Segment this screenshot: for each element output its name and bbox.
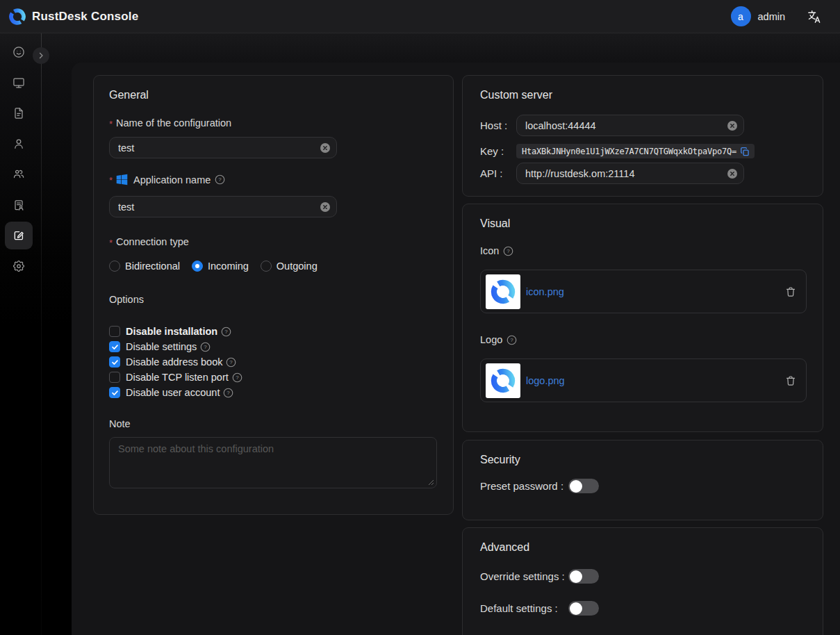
checkbox-disable-installation[interactable]: Disable installation ?	[109, 324, 438, 339]
page-container: General * Name of the configuration * Ap…	[72, 63, 840, 635]
custom-server-card: Custom server Host : Key : HtaXBkJNHyn0e…	[462, 75, 823, 197]
help-icon[interactable]: ?	[226, 357, 236, 368]
options-checkbox-list: Disable installation ? Disable settings …	[109, 324, 438, 400]
connection-type-label: * Connection type	[109, 236, 438, 247]
custom-server-card-title: Custom server	[480, 89, 805, 101]
icon-thumbnail[interactable]	[486, 274, 520, 309]
sidebar-item-groups[interactable]	[5, 160, 33, 188]
default-settings-toggle[interactable]	[568, 601, 599, 616]
clear-icon[interactable]	[727, 121, 737, 131]
radio-label: Bidirectional	[125, 261, 180, 272]
default-settings-label: Default settings :	[480, 602, 568, 614]
default-settings-row: Default settings :	[480, 601, 805, 616]
clear-icon[interactable]	[320, 202, 330, 212]
chevron-right-icon	[37, 51, 45, 60]
sidebar-item-settings[interactable]	[5, 252, 33, 280]
document-user-icon	[12, 198, 26, 212]
sidebar-expand-button[interactable]	[33, 47, 49, 64]
help-icon[interactable]: ?	[223, 388, 233, 398]
key-label: Key :	[480, 145, 516, 157]
key-value: HtaXBkJNHyn0e1U1jWXze7A7CN7QTGWqxkOtpaVp…	[522, 147, 736, 156]
checkbox-box	[109, 387, 120, 398]
help-icon[interactable]: ?	[503, 246, 513, 256]
brand[interactable]: RustDesk Console	[0, 8, 138, 26]
checkbox-box	[109, 372, 120, 383]
sidebar-divider	[41, 33, 42, 635]
name-input-field[interactable]	[110, 138, 336, 158]
translate-icon[interactable]	[806, 9, 821, 24]
checkbox-disable-tcp-listen-port[interactable]: Disable TCP listen port ?	[109, 370, 438, 385]
trash-icon[interactable]	[785, 286, 796, 297]
icon-file-name[interactable]: icon.png	[526, 286, 564, 297]
sidebar-item-users[interactable]	[5, 130, 33, 158]
sidebar-item-devices[interactable]	[5, 69, 33, 97]
checkbox-label: Disable TCP listen port	[126, 372, 229, 383]
top-navbar: RustDesk Console a admin	[0, 0, 840, 33]
checkbox-disable-settings[interactable]: Disable settings ?	[109, 339, 438, 354]
help-icon[interactable]: ?	[232, 372, 242, 383]
radio-incoming[interactable]: Incoming	[192, 261, 249, 272]
sidebar-item-dashboard[interactable]	[5, 38, 33, 66]
document-icon	[12, 106, 26, 120]
toggle-knob	[570, 480, 582, 493]
checkbox-disable-address-book[interactable]: Disable address book ?	[109, 354, 438, 370]
help-icon[interactable]: ?	[200, 342, 211, 352]
avatar[interactable]: a	[731, 6, 751, 26]
checkbox-label: Disable installation	[126, 326, 217, 337]
checkbox-disable-user-account[interactable]: Disable user account ?	[109, 385, 438, 400]
api-input-field[interactable]	[517, 163, 743, 183]
navbar-right: a admin	[731, 6, 840, 26]
app-name-input-field[interactable]	[110, 197, 336, 217]
required-asterisk: *	[109, 119, 113, 129]
override-settings-toggle[interactable]	[568, 569, 599, 584]
logo-thumbnail[interactable]	[486, 363, 520, 398]
general-card-title: General	[109, 89, 438, 101]
sidebar-item-audit[interactable]	[5, 99, 33, 127]
copy-icon[interactable]	[740, 147, 750, 156]
visual-card-title: Visual	[480, 217, 805, 230]
host-input-field[interactable]	[517, 115, 743, 135]
preset-password-toggle[interactable]	[568, 479, 599, 493]
clear-icon[interactable]	[320, 143, 330, 153]
svg-text:?: ?	[219, 176, 222, 183]
svg-text:?: ?	[507, 248, 511, 254]
connection-type-radio-group: Bidirectional Incoming Outgoing	[109, 261, 438, 272]
preset-password-row: Preset password :	[480, 479, 805, 493]
field-label-text: Logo	[480, 334, 502, 345]
icon-upload-item: icon.png	[480, 270, 807, 313]
options-label: Options	[109, 294, 438, 305]
preset-password-label: Preset password :	[480, 480, 568, 492]
users-icon	[12, 167, 26, 181]
name-field-label: * Name of the configuration	[109, 117, 438, 129]
logo-label: Logo ?	[480, 334, 805, 345]
radio-outgoing[interactable]: Outgoing	[261, 261, 318, 272]
gear-icon	[12, 259, 26, 273]
override-settings-label: Override settings :	[480, 570, 568, 582]
monitor-icon	[12, 76, 26, 90]
clear-icon[interactable]	[727, 169, 737, 179]
checkbox-label: Disable address book	[126, 356, 222, 368]
sidebar	[0, 33, 41, 635]
icon-label: Icon ?	[480, 245, 805, 256]
user-name[interactable]: admin	[758, 11, 786, 22]
security-card-title: Security	[480, 454, 805, 466]
logo-file-name[interactable]: logo.png	[526, 375, 565, 386]
general-card: General * Name of the configuration * Ap…	[93, 75, 454, 515]
sidebar-item-custom-clients[interactable]	[5, 222, 33, 249]
radio-bidirectional[interactable]: Bidirectional	[109, 261, 180, 272]
sidebar-item-accounts[interactable]	[5, 191, 33, 219]
svg-text:?: ?	[511, 337, 514, 343]
help-icon[interactable]: ?	[507, 335, 517, 345]
checkbox-label: Disable settings	[126, 341, 197, 352]
host-row: Host :	[480, 115, 805, 136]
app-body: General * Name of the configuration * Ap…	[0, 33, 840, 635]
note-textarea[interactable]	[110, 438, 436, 488]
trash-icon[interactable]	[785, 375, 796, 386]
smiley-icon	[12, 45, 26, 59]
help-icon[interactable]: ?	[215, 174, 225, 185]
help-icon[interactable]: ?	[221, 327, 231, 337]
app-name-field-label: * Application name ?	[109, 174, 438, 185]
override-settings-row: Override settings :	[480, 569, 805, 584]
note-textarea-wrap	[109, 437, 437, 488]
name-input	[109, 137, 337, 158]
